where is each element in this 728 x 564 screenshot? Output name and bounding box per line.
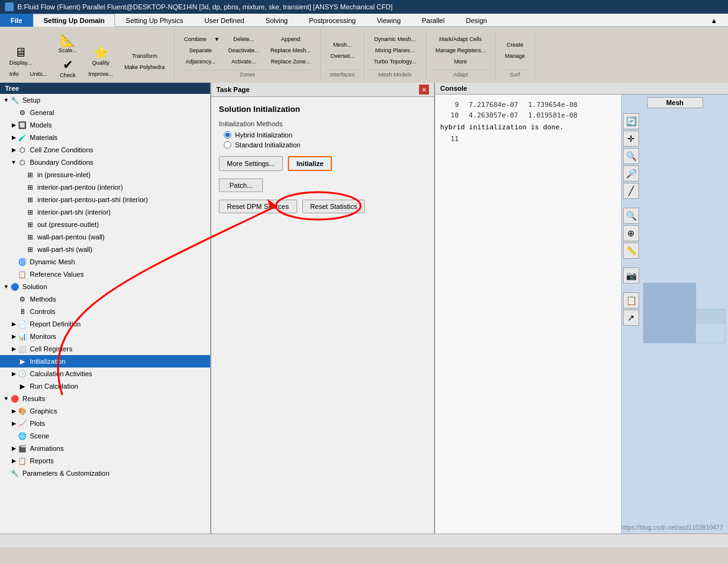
radio-standard-input[interactable] <box>224 141 231 149</box>
tree-item-results[interactable]: ▼ 🔴 Results <box>0 392 210 405</box>
manage-surface-btn[interactable]: Manage <box>500 51 530 61</box>
tree-item-dynamic[interactable]: 🌀 Dynamic Mesh <box>0 256 210 268</box>
delete-btn[interactable]: Delete... <box>224 34 264 44</box>
tab-setting-physics[interactable]: Setting Up Physics <box>115 14 193 27</box>
tree-item-setup[interactable]: ▼ 🔧 Setup <box>0 94 210 106</box>
tree-item-calcact[interactable]: ▶ 🕒 Calculation Activities <box>0 368 210 380</box>
radio-hybrid-input[interactable] <box>224 131 231 139</box>
append-btn[interactable]: Append <box>266 34 315 44</box>
expand-models[interactable]: ▶ <box>10 122 17 128</box>
tree-item-reports[interactable]: ▶ 📋 Reports <box>0 455 210 467</box>
display-btn[interactable]: 🖥 Display... <box>5 44 36 68</box>
arrow-tool[interactable]: ↗ <box>623 310 639 326</box>
more-btn[interactable]: More <box>431 57 491 67</box>
tab-design[interactable]: Design <box>455 14 497 27</box>
tree-item-materials[interactable]: ▶ 🧪 Materials <box>0 131 210 144</box>
console-content[interactable]: 9 7.217684e-07 1.739654e-08 10 4.263057e… <box>435 95 622 534</box>
tree-item-cellzone[interactable]: ▶ ⬡ Cell Zone Conditions <box>0 144 210 156</box>
tree-item-graphics[interactable]: ▶ 🎨 Graphics <box>0 405 210 417</box>
task-close-btn[interactable]: ✕ <box>419 85 429 95</box>
units-btn[interactable]: Units... <box>25 69 52 79</box>
tree-item-models[interactable]: ▶ 🔲 Models <box>0 119 210 131</box>
tree-item-reportdef[interactable]: ▶ 📄 Report Definition <box>0 318 210 330</box>
deactivate-btn[interactable]: Deactivate... <box>224 45 264 55</box>
monitors-expand[interactable]: ▶ <box>10 333 17 340</box>
mixing-planes-btn[interactable]: Mixing Planes... <box>369 45 420 55</box>
tab-setting-domain[interactable]: Setting Up Domain <box>33 14 115 27</box>
tree-item-boundary[interactable]: ▼ ⬡ Boundary Conditions <box>0 156 210 169</box>
tree-item-refvals[interactable]: 📋 Reference Values <box>0 268 210 280</box>
tab-postprocessing[interactable]: Postprocessing <box>298 14 366 27</box>
combine-btn[interactable]: Combine <box>180 34 211 44</box>
makepolyhedra-btn[interactable]: Make Polyhedra <box>120 62 169 72</box>
replace-mesh-btn[interactable]: Replace Mesh... <box>266 45 315 55</box>
scale-btn[interactable]: 📐 Scale... <box>54 32 81 55</box>
tab-user-defined[interactable]: User Defined <box>194 14 255 27</box>
tab-solving[interactable]: Solving <box>255 14 298 27</box>
tree-item-animations[interactable]: ▶ 🎬 Animations <box>0 442 210 455</box>
cellreg-expand[interactable]: ▶ <box>10 346 17 352</box>
rotate-tool[interactable]: 🔄 <box>623 113 639 129</box>
tree-item-methods[interactable]: ⚙ Methods <box>0 293 210 305</box>
radio-hybrid[interactable]: Hybrid Initialization <box>224 131 426 139</box>
expand-materials[interactable]: ▶ <box>10 134 17 141</box>
reportdef-expand[interactable]: ▶ <box>10 321 17 327</box>
radio-standard[interactable]: Standard Initialization <box>224 141 426 149</box>
select-tool[interactable]: ╱ <box>623 183 639 199</box>
animations-expand[interactable]: ▶ <box>10 445 17 451</box>
patch-btn[interactable]: Patch... <box>219 178 263 192</box>
tree-item-runcalc[interactable]: ▶ Run Calculation <box>0 380 210 392</box>
overset-btn[interactable]: Overset... <box>326 51 359 61</box>
replace-zone-btn[interactable]: Replace Zone... <box>266 57 315 67</box>
tree-item-bc-wall1[interactable]: ⊞ wall-part-pentou (wall) <box>0 231 210 243</box>
manage-registers-btn[interactable]: Manage Registers... <box>431 45 491 55</box>
zoom-in-tool[interactable]: 🔎 <box>623 165 639 182</box>
graphics-expand[interactable]: ▶ <box>10 408 17 414</box>
transform-btn[interactable]: Transform <box>120 51 169 61</box>
tree-item-monitors[interactable]: ▶ 📊 Monitors <box>0 330 210 343</box>
tree-item-bc-out[interactable]: ⊞ out (pressure-outlet) <box>0 218 210 231</box>
zoom-out-tool[interactable]: 🔍 <box>623 148 639 164</box>
dynamic-mesh-btn[interactable]: Dynamic Mesh... <box>369 34 420 44</box>
tab-file[interactable]: File <box>0 14 33 27</box>
expand-cellzone[interactable]: ▶ <box>10 147 17 153</box>
info-btn[interactable]: Info <box>5 69 23 79</box>
tree-item-bc-interior1[interactable]: ⊞ interior-part-pentou (interior) <box>0 181 210 193</box>
tree-item-controls[interactable]: 🎚 Controls <box>0 305 210 318</box>
tab-parallel[interactable]: Parallel <box>412 14 456 27</box>
camera-tool[interactable]: 📷 <box>623 267 639 284</box>
tree-item-bc-in[interactable]: ⊞ in (pressure-inlet) <box>0 169 210 181</box>
activate-btn[interactable]: Activate... <box>224 57 264 67</box>
expand-boundary[interactable]: ▼ <box>10 159 17 165</box>
expand-results[interactable]: ▼ <box>2 395 10 402</box>
check-btn[interactable]: ✔ Check <box>54 57 81 80</box>
tab-viewing[interactable]: Viewing <box>366 14 411 27</box>
reset-stat-btn[interactable]: Reset Statistics <box>302 200 366 213</box>
reports-expand[interactable]: ▶ <box>10 458 17 464</box>
quality-btn[interactable]: ⭐ Quality <box>84 44 117 68</box>
turbo-topology-btn[interactable]: Turbo Topology... <box>369 57 420 67</box>
expand-setup[interactable]: ▼ <box>2 97 10 103</box>
improve-btn[interactable]: Improve... <box>84 69 117 79</box>
tree-item-bc-interior2[interactable]: ⊞ interior-part-pentou-part-shi (interio… <box>0 193 210 206</box>
mesh-interfaces-btn[interactable]: Mesh... <box>326 40 359 50</box>
initialize-btn[interactable]: Initialize <box>288 156 332 171</box>
tree-item-plots[interactable]: ▶ 📈 Plots <box>0 417 210 430</box>
create-surface-btn[interactable]: Create <box>500 40 530 50</box>
calcact-expand[interactable]: ▶ <box>10 371 17 377</box>
mark-adapt-btn[interactable]: Mark/Adapt Cells <box>431 34 491 44</box>
expand-solution[interactable]: ▼ <box>2 284 10 290</box>
plots-expand[interactable]: ▶ <box>10 420 17 427</box>
tree-item-general[interactable]: ⚙ General <box>0 106 210 119</box>
reset-dpm-btn[interactable]: Reset DPM Sources <box>219 200 297 213</box>
copy-tool[interactable]: 📋 <box>623 292 639 308</box>
separate-btn[interactable]: Separate <box>180 45 221 55</box>
tree-item-scene[interactable]: 🌐 Scene <box>0 430 210 442</box>
tab-expand[interactable]: ▲ <box>700 14 728 27</box>
tree-item-cellreg[interactable]: ▶ ⬜ Cell Registers <box>0 343 210 355</box>
measure-tool[interactable]: 📏 <box>623 243 639 259</box>
combine-dropdown[interactable]: ▼ <box>212 34 221 44</box>
query-tool[interactable]: 🔍 <box>623 208 639 224</box>
tree-item-init[interactable]: ▶ Initialization <box>0 355 210 368</box>
tree-item-params[interactable]: 🔧 Parameters & Customization <box>0 467 210 479</box>
